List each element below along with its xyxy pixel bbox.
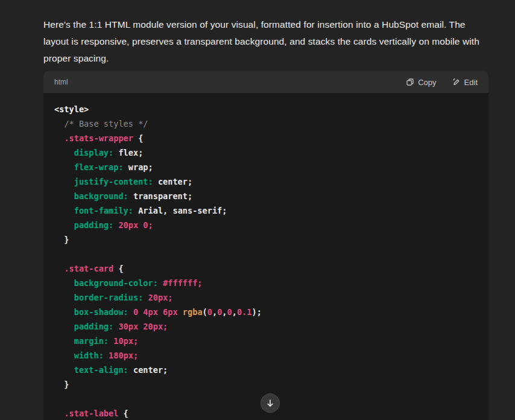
code-token-plain	[54, 133, 64, 143]
code-token-num: 0	[207, 307, 212, 317]
code-line: background-color: #ffffff;	[54, 276, 478, 290]
code-token-prop: justify-content:	[74, 177, 153, 186]
code-token-plain: center;	[128, 365, 168, 375]
code-token-plain	[54, 278, 74, 288]
code-token-plain: flex;	[113, 148, 143, 158]
code-token-plain	[104, 351, 109, 360]
code-token-plain: wrap;	[124, 162, 153, 172]
code-line: border-radius: 20px;	[54, 290, 478, 305]
code-token-plain	[54, 148, 74, 158]
code-block-actions: Copy Edit	[406, 78, 478, 87]
code-token-prop: background-color:	[74, 278, 158, 288]
chat-page: { "message": { "text": "Here's the 1:1 H…	[0, 0, 515, 420]
code-token-comment: /* Base styles */	[64, 119, 148, 129]
code-token-selector: .stat-label	[64, 409, 118, 418]
code-token-plain	[54, 162, 74, 172]
code-line: }	[54, 377, 478, 392]
code-token-plain	[54, 322, 74, 331]
code-token-num: 180px;	[109, 351, 138, 360]
code-token-prop: flex-wrap:	[74, 162, 124, 172]
code-token-num: 20px;	[148, 293, 173, 302]
code-language-label: html	[54, 78, 68, 86]
code-token-plain	[54, 336, 74, 346]
code-token-plain: (	[203, 307, 207, 317]
code-token-num: 20px 0;	[118, 220, 153, 230]
code-token-plain	[54, 220, 74, 230]
code-token-plain	[54, 409, 64, 418]
code-token-plain: {	[133, 133, 143, 143]
code-token-plain	[54, 119, 64, 129]
code-line: font-family: Arial, sans-serif;	[54, 203, 478, 218]
code-token-plain: {	[118, 409, 128, 418]
code-token-plain: center;	[153, 177, 192, 186]
code-line: <style>	[54, 102, 478, 116]
copy-icon	[406, 78, 414, 86]
code-token-plain	[54, 307, 74, 317]
code-token-num: 0.1	[237, 307, 252, 317]
code-token-plain	[54, 191, 74, 201]
code-line: .stats-wrapper {	[54, 131, 478, 145]
code-token-prop: padding:	[74, 220, 113, 230]
code-line: }	[54, 232, 478, 247]
code-token-plain	[54, 177, 74, 186]
code-token-prop: padding:	[74, 322, 113, 331]
code-line: display: flex;	[54, 145, 478, 160]
code-line: box-shadow: 0 4px 6px rgba(0,0,0,0.1);	[54, 305, 478, 319]
code-token-plain	[109, 336, 113, 346]
code-token-plain: ,	[212, 307, 217, 317]
code-token-prop: font-family:	[74, 206, 133, 215]
code-line: padding: 20px 0;	[54, 218, 478, 232]
code-token-prop: margin:	[74, 336, 109, 346]
code-token-plain	[54, 351, 74, 360]
code-token-plain: }	[54, 235, 69, 244]
code-token-plain: ,	[222, 307, 227, 317]
code-token-func: rgba	[183, 307, 203, 317]
edit-button[interactable]: Edit	[452, 78, 478, 87]
code-token-plain	[54, 206, 74, 215]
code-token-plain: }	[54, 380, 69, 389]
code-token-num: 0 4px 6px	[133, 307, 178, 317]
code-token-plain	[54, 293, 74, 302]
code-token-num: 10px;	[113, 336, 138, 346]
code-line: margin: 10px;	[54, 334, 478, 348]
code-token-prop: text-align:	[74, 365, 128, 375]
arrow-down-icon	[266, 399, 274, 407]
code-token-plain: transparent;	[128, 191, 192, 201]
code-token-plain	[143, 293, 148, 302]
code-token-plain	[178, 307, 183, 317]
scroll-to-bottom-button[interactable]	[261, 393, 280, 413]
code-token-plain: {	[113, 264, 123, 273]
code-token-plain: ,	[232, 307, 237, 317]
code-token-selector: .stats-wrapper	[64, 133, 133, 143]
code-line	[54, 247, 478, 261]
code-block: html Copy Edit	[43, 71, 488, 420]
code-line: background: transparent;	[54, 189, 478, 203]
copy-button[interactable]: Copy	[406, 78, 436, 87]
code-line: justify-content: center;	[54, 174, 478, 189]
code-token-plain: Arial, sans-serif;	[133, 206, 227, 215]
code-line: flex-wrap: wrap;	[54, 160, 478, 174]
code-line: .stat-card {	[54, 261, 478, 276]
code-token-prop: width:	[74, 351, 104, 360]
edit-button-label: Edit	[464, 78, 478, 87]
pencil-icon	[452, 78, 461, 86]
code-line: width: 180px;	[54, 348, 478, 363]
code-token-plain	[54, 365, 74, 375]
code-line: /* Base styles */	[54, 116, 478, 131]
code-token-prop: background:	[74, 191, 128, 201]
code-token-plain	[128, 307, 133, 317]
code-token-prop: border-radius:	[74, 293, 144, 302]
code-block-header: html Copy Edit	[43, 71, 488, 93]
code-token-num: #ffffff;	[163, 278, 202, 288]
code-line: padding: 30px 20px;	[54, 319, 478, 334]
copy-button-label: Copy	[418, 78, 436, 87]
code-token-num: 30px 20px;	[118, 322, 168, 331]
code-content: <style> /* Base styles */ .stats-wrapper…	[43, 93, 488, 420]
assistant-message-text: Here's the 1:1 HTML module version of yo…	[43, 16, 484, 67]
code-token-tag: <style>	[54, 104, 89, 114]
code-token-selector: .stat-card	[64, 264, 113, 273]
code-token-plain	[158, 278, 163, 288]
code-token-plain: );	[251, 307, 261, 317]
code-token-num: 0	[227, 307, 232, 317]
code-token-prop: display:	[74, 148, 113, 158]
